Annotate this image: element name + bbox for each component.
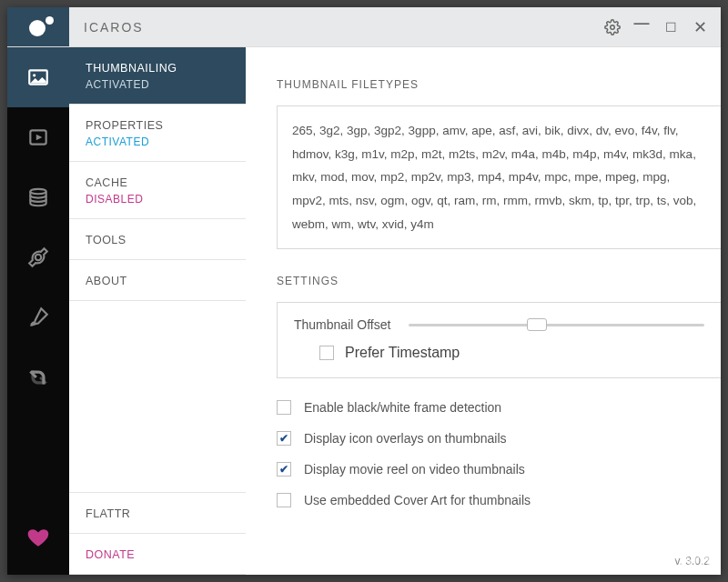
- rail-flattr[interactable]: [7, 347, 69, 407]
- app-window: ICAROS — ☐ ✕: [7, 7, 721, 575]
- rail-donate[interactable]: [7, 507, 69, 567]
- nav-about[interactable]: ABOUT: [69, 260, 246, 301]
- nav-label: THUMBNAILING: [86, 62, 229, 75]
- filetypes-heading: THUMBNAIL FILETYPES: [277, 78, 721, 91]
- filetypes-textbox[interactable]: 265, 3g2, 3gp, 3gp2, 3gpp, amv, ape, asf…: [277, 105, 721, 249]
- stack-icon: [26, 186, 50, 209]
- option-icon-overlays: Display icon overlays on thumbnails: [277, 431, 721, 446]
- app-title: ICAROS: [69, 7, 604, 46]
- thumbnail-offset-row: Thumbnail Offset: [294, 317, 704, 332]
- app-body: THUMBNAILING ACTIVATED PROPERTIES ACTIVA…: [7, 47, 721, 575]
- svg-point-2: [33, 74, 35, 76]
- nav-status: ACTIVATED: [86, 135, 229, 148]
- icon-overlays-label: Display icon overlays on thumbnails: [304, 431, 507, 446]
- nav-label: PROPERTIES: [86, 119, 229, 132]
- heart-icon: [26, 526, 50, 549]
- bw-detection-checkbox[interactable]: [277, 400, 291, 415]
- flattr-icon: [26, 366, 50, 389]
- rail-properties[interactable]: [7, 107, 69, 167]
- nav-label: DONATE: [86, 548, 229, 561]
- option-cover-art: Use embedded Cover Art for thumbnails: [277, 493, 721, 507]
- nav-donate[interactable]: DONATE: [69, 534, 246, 575]
- nav-label: ABOUT: [86, 275, 229, 287]
- app-logo: [7, 7, 69, 46]
- nav-properties[interactable]: PROPERTIES ACTIVATED: [69, 105, 246, 162]
- rail-cache[interactable]: [7, 167, 69, 227]
- option-movie-reel: Display movie reel on video thumbnails: [277, 462, 721, 477]
- settings-panel: Thumbnail Offset Prefer Timestamp: [277, 302, 721, 378]
- icon-rail: [7, 47, 69, 575]
- option-bw-detection: Enable black/white frame detection: [277, 400, 721, 415]
- settings-gear-icon[interactable]: [604, 19, 621, 35]
- bw-detection-label: Enable black/white frame detection: [304, 400, 501, 415]
- prefer-timestamp-row: Prefer Timestamp: [319, 345, 704, 361]
- thumbnail-offset-slider[interactable]: [409, 324, 704, 326]
- rail-thumbnailing[interactable]: [7, 47, 69, 107]
- content-pane: THUMBNAIL FILETYPES 265, 3g2, 3gp, 3gp2,…: [246, 47, 721, 575]
- nav-cache[interactable]: CACHE DISABLED: [69, 162, 246, 219]
- rail-about[interactable]: [7, 287, 69, 347]
- icon-overlays-checkbox[interactable]: [277, 431, 291, 446]
- nav-label: CACHE: [86, 176, 229, 189]
- prefer-timestamp-checkbox[interactable]: [319, 346, 334, 360]
- nav-status: ACTIVATED: [86, 78, 229, 91]
- version-label: v. 3.0.2: [675, 555, 710, 567]
- minimize-button[interactable]: —: [633, 15, 650, 32]
- slider-thumb[interactable]: [527, 318, 547, 331]
- rail-tools[interactable]: [7, 227, 69, 287]
- thumbnail-offset-label: Thumbnail Offset: [294, 317, 390, 332]
- nav-tools[interactable]: TOOLS: [69, 219, 246, 260]
- cover-art-checkbox[interactable]: [277, 493, 291, 507]
- nav-label: TOOLS: [86, 234, 229, 246]
- movie-reel-label: Display movie reel on video thumbnails: [304, 462, 525, 477]
- maximize-button[interactable]: ☐: [662, 19, 679, 35]
- nav-status: DISABLED: [86, 193, 229, 206]
- svg-point-0: [611, 25, 615, 29]
- wrench-icon: [26, 246, 50, 269]
- brush-icon: [26, 306, 50, 329]
- prefer-timestamp-label: Prefer Timestamp: [345, 345, 460, 361]
- title-bar: ICAROS — ☐ ✕: [7, 7, 721, 47]
- svg-point-5: [35, 255, 42, 261]
- nav-column: THUMBNAILING ACTIVATED PROPERTIES ACTIVA…: [69, 47, 246, 575]
- window-controls: — ☐ ✕: [604, 7, 721, 46]
- movie-reel-checkbox[interactable]: [277, 462, 291, 477]
- nav-flattr[interactable]: FLATTR: [69, 493, 246, 534]
- svg-point-4: [30, 189, 46, 194]
- nav-spacer: [69, 301, 246, 493]
- nav-thumbnailing[interactable]: THUMBNAILING ACTIVATED: [69, 47, 246, 105]
- close-button[interactable]: ✕: [692, 19, 708, 35]
- cover-art-label: Use embedded Cover Art for thumbnails: [304, 493, 531, 507]
- image-icon: [26, 65, 50, 89]
- nav-label: FLATTR: [86, 507, 229, 520]
- play-icon: [26, 125, 50, 149]
- settings-heading: SETTINGS: [277, 275, 721, 287]
